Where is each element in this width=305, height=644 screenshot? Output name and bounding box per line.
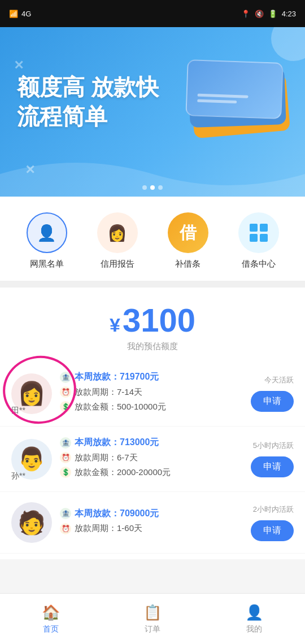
apply-btn-1[interactable]: 申请 xyxy=(251,391,294,412)
banner-circle xyxy=(271,27,305,61)
signal-icon: 📶 xyxy=(9,10,18,18)
nav-orders[interactable]: 📋 订单 xyxy=(143,604,162,634)
center-icon-circle xyxy=(238,212,279,253)
amount-section: ¥3100 我的预估额度 xyxy=(0,288,305,361)
blacklist-icon: 👤 xyxy=(37,224,56,242)
grid-cell-3 xyxy=(250,234,258,242)
activity-3: 2小时内活跃 xyxy=(253,504,294,515)
quick-icon-blacklist[interactable]: 👤 网黑名单 xyxy=(27,212,67,269)
apply-btn-3[interactable]: 申请 xyxy=(251,520,294,541)
section-divider xyxy=(0,281,305,288)
amount-label: 我的预估额度 xyxy=(0,341,305,352)
orders-icon: 📋 xyxy=(143,604,162,621)
period-icon-3: ⏰ xyxy=(60,523,71,534)
loan-item-1: 👩 🏦 本周放款：719700元 ⏰ 放款周期：7-14天 💲 放款金额：500… xyxy=(0,361,305,427)
activity-1: 今天活跃 xyxy=(264,375,294,385)
range-icon-1: 💲 xyxy=(60,401,71,412)
home-label: 首页 xyxy=(43,624,59,634)
apply-btn-2[interactable]: 申请 xyxy=(251,456,294,477)
loan-range-2: 💲 放款金额：2000-20000元 xyxy=(60,467,251,478)
network-type: 4G xyxy=(21,10,31,18)
time-display: 4:23 xyxy=(282,10,296,18)
blacklist-icon-circle: 👤 xyxy=(27,212,67,253)
period-icon-2: ⏰ xyxy=(60,452,71,463)
loan-period-3: ⏰ 放款周期：1-60天 xyxy=(60,523,251,534)
credit-icon-circle: 👩 xyxy=(97,212,138,253)
credit-icon: 👩 xyxy=(107,224,127,242)
avatar-3: 🧑 xyxy=(11,502,52,543)
loan-period-1: ⏰ 放款周期：7-14天 xyxy=(60,386,251,398)
nav-profile[interactable]: 👤 我的 xyxy=(245,604,263,634)
loan-info-3: 🏦 本周放款：709000元 ⏰ 放款周期：1-60天 xyxy=(60,508,251,538)
card-blue-light xyxy=(185,59,283,119)
loan-right-2: 5小时内活跃 申请 xyxy=(251,441,294,477)
loan-info-2: 🏦 本周放款：713000元 ⏰ 放款周期：6-7天 💲 放款金额：2000-2… xyxy=(60,437,251,481)
yuan-symbol: ¥ xyxy=(110,314,120,336)
banner-text: 额度高 放款快 流程简单 xyxy=(17,72,159,131)
profile-icon: 👤 xyxy=(245,604,263,621)
activity-2: 5小时内活跃 xyxy=(253,441,294,451)
loan-weekly-3: 🏦 本周放款：709000元 xyxy=(60,508,251,520)
quick-icons-section: 👤 网黑名单 👩 信用报告 借 补借条 借条中心 xyxy=(0,197,305,281)
quick-icon-borrow[interactable]: 借 补借条 xyxy=(168,212,208,269)
card-line-1 xyxy=(198,94,249,98)
borrow-label: 补借条 xyxy=(175,259,201,269)
status-bar: 📶 4G 📍 🔇 🔋 4:23 xyxy=(0,0,305,27)
borrow-icon: 借 xyxy=(168,212,208,253)
grid-cell-2 xyxy=(260,224,268,232)
banner: ✕ ✕ 额度高 放款快 流程简单 xyxy=(0,27,305,197)
amount-display: ¥3100 xyxy=(0,301,305,339)
mute-icon: 🔇 xyxy=(255,10,264,18)
loan-item-3: 🧑 🏦 本周放款：709000元 ⏰ 放款周期：1-60天 2小时内活跃 申请 xyxy=(0,492,305,554)
location-icon: 📍 xyxy=(241,10,250,18)
amount-value: 3100 xyxy=(123,302,195,338)
grid-cell-1 xyxy=(250,224,258,232)
loan-weekly-1: 🏦 本周放款：719700元 xyxy=(60,371,251,383)
dot-1 xyxy=(142,185,147,190)
loan-right-1: 今天活跃 申请 xyxy=(251,375,294,412)
battery-icon: 🔋 xyxy=(268,10,277,18)
banner-dots xyxy=(142,185,163,190)
orders-label: 订单 xyxy=(145,624,160,634)
blacklist-label: 网黑名单 xyxy=(30,259,64,269)
weekly-icon-2: 🏦 xyxy=(60,437,71,449)
loan-range-1: 💲 放款金额：500-10000元 xyxy=(60,401,251,412)
weekly-icon-3: 🏦 xyxy=(60,508,71,519)
loan-list: 👩 🏦 本周放款：719700元 ⏰ 放款周期：7-14天 💲 放款金额：500… xyxy=(0,361,305,559)
deco-x1: ✕ xyxy=(14,58,24,73)
loan-info-1: 🏦 本周放款：719700元 ⏰ 放款周期：7-14天 💲 放款金额：500-1… xyxy=(60,371,251,416)
banner-title: 额度高 放款快 流程简单 xyxy=(17,72,159,131)
banner-card-decoration xyxy=(186,61,288,134)
status-right: 📍 🔇 🔋 4:23 xyxy=(241,10,296,18)
grid-icon-shape xyxy=(250,224,268,242)
loan-item-2: 👨 🏦 本周放款：713000元 ⏰ 放款周期：6-7天 💲 放款金额：2000… xyxy=(0,427,305,492)
home-icon: 🏠 xyxy=(42,604,60,621)
grid-cell-4 xyxy=(260,234,268,242)
card-line-2 xyxy=(197,99,237,103)
loan-weekly-2: 🏦 本周放款：713000元 xyxy=(60,437,251,449)
credit-label: 信用报告 xyxy=(101,259,134,269)
center-label: 借条中心 xyxy=(242,259,276,269)
quick-icon-center[interactable]: 借条中心 xyxy=(238,212,279,269)
profile-label: 我的 xyxy=(246,624,262,634)
dot-3 xyxy=(158,185,163,190)
weekly-icon-1: 🏦 xyxy=(60,372,71,383)
banner-wave xyxy=(0,151,305,197)
status-left: 📶 4G xyxy=(9,10,31,18)
bottom-nav: 🏠 首页 📋 订单 👤 我的 xyxy=(0,593,305,644)
lender-name-2: 孙** xyxy=(11,471,25,481)
period-icon-1: ⏰ xyxy=(60,386,71,398)
quick-icon-credit[interactable]: 👩 信用报告 xyxy=(97,212,138,269)
dot-2 xyxy=(150,185,155,190)
loan-period-2: ⏰ 放款周期：6-7天 xyxy=(60,452,251,463)
range-icon-2: 💲 xyxy=(60,467,71,478)
nav-home[interactable]: 🏠 首页 xyxy=(42,604,60,634)
lender-name-1: 田** xyxy=(11,406,25,416)
loan-right-3: 2小时内活跃 申请 xyxy=(251,504,294,541)
